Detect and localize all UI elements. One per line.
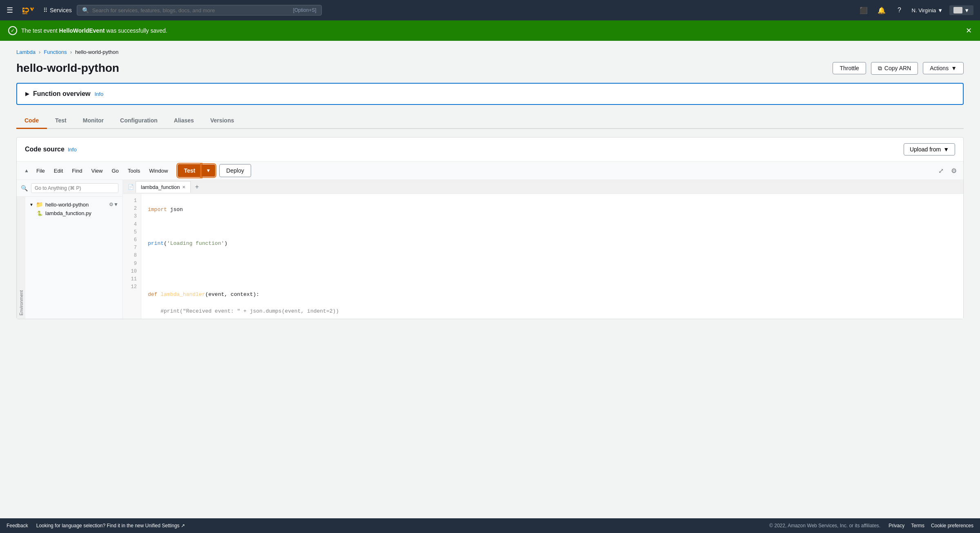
- toolbar-file[interactable]: File: [32, 166, 49, 175]
- tab-configuration[interactable]: Configuration: [112, 113, 166, 129]
- aws-logo: aws: [22, 4, 38, 16]
- region-label: N. Virginia: [912, 7, 936, 13]
- region-chevron: ▼: [938, 7, 943, 13]
- editor-tab-label: lambda_function: [141, 184, 180, 190]
- toolbar-find[interactable]: Find: [68, 166, 86, 175]
- editor-area: 🔍 Environment ▼ 📁 hello-world-python ⚙▼: [17, 180, 963, 319]
- search-input[interactable]: [92, 7, 290, 13]
- deploy-button[interactable]: Deploy: [219, 164, 251, 177]
- hamburger-menu[interactable]: ☰: [7, 6, 17, 15]
- code-editor: 📄 lambda_function ✕ + 1 2 3 4 5: [123, 180, 963, 319]
- main-content: Lambda › Functions › hello-world-python …: [0, 41, 980, 327]
- function-overview-toggle[interactable]: ▶ Function overview Info: [25, 90, 955, 98]
- code-source-header: Code source Info Upload from ▼: [17, 138, 963, 162]
- code-line-3: print('Loading function'): [148, 240, 957, 248]
- code-line-7: #print("Received event: " + json.dumps(e…: [148, 307, 957, 316]
- editor-tab-lambda-function[interactable]: lambda_function ✕: [136, 181, 191, 193]
- actions-button[interactable]: Actions ▼: [923, 62, 964, 74]
- tab-code[interactable]: Code: [16, 113, 47, 129]
- code-source-card: Code source Info Upload from ▼ ▲ File Ed…: [16, 137, 964, 319]
- test-button-group: Test ▼: [178, 164, 215, 177]
- header-actions: Throttle ⧉ Copy ARN Actions ▼: [833, 62, 964, 75]
- breadcrumb-current: hello-world-python: [75, 49, 118, 55]
- tab-monitor[interactable]: Monitor: [75, 113, 112, 129]
- editor-toolbar: ▲ File Edit Find View Go Tools Window Te…: [17, 162, 963, 180]
- settings-gear-button[interactable]: ⚙: [949, 165, 958, 176]
- tab-versions[interactable]: Versions: [202, 113, 242, 129]
- upload-from-button[interactable]: Upload from ▼: [904, 143, 955, 155]
- file-tree: ▼ 📁 hello-world-python ⚙▼ 🐍 lambda_funct…: [25, 197, 122, 319]
- test-button[interactable]: Test: [178, 164, 201, 177]
- fullscreen-button[interactable]: ⤢: [937, 165, 945, 176]
- file-search-input[interactable]: [31, 183, 118, 193]
- copy-icon: ⧉: [878, 65, 882, 72]
- account-menu[interactable]: ▼: [949, 5, 973, 15]
- environment-label: Environment: [17, 197, 25, 319]
- toolbar-view[interactable]: View: [87, 166, 107, 175]
- tab-aliases[interactable]: Aliases: [166, 113, 202, 129]
- toolbar-edit[interactable]: Edit: [50, 166, 67, 175]
- copy-arn-button[interactable]: ⧉ Copy ARN: [871, 62, 918, 75]
- folder-arrow-icon: ▼: [29, 202, 33, 207]
- code-line-5: [148, 273, 957, 282]
- svg-text:aws: aws: [22, 12, 27, 15]
- breadcrumb-lambda[interactable]: Lambda: [16, 49, 36, 55]
- code-lines[interactable]: import json print('Loading function') de…: [141, 194, 963, 319]
- code-line-4: [148, 257, 957, 265]
- folder-name: hello-world-python: [45, 202, 89, 208]
- file-explorer: 🔍 Environment ▼ 📁 hello-world-python ⚙▼: [17, 180, 123, 319]
- code-source-title: Code source Info: [25, 146, 77, 153]
- editor-tab-file-icon: 📄: [126, 184, 136, 190]
- top-navigation: ☰ aws ⠿ Services 🔍 [Option+S] ⬛ 🔔 ? N. V…: [0, 0, 980, 20]
- add-tab-button[interactable]: +: [192, 182, 201, 191]
- actions-chevron-icon: ▼: [951, 65, 957, 71]
- grid-icon: ⠿: [43, 7, 47, 13]
- bell-icon[interactable]: 🔔: [876, 4, 887, 16]
- test-dropdown-button[interactable]: ▼: [201, 164, 215, 177]
- breadcrumb-sep-1: ›: [39, 49, 40, 55]
- python-file-icon: 🐍: [37, 211, 43, 216]
- search-icon: 🔍: [82, 7, 89, 13]
- banner-text: The test event HelloWorldEvent was succe…: [21, 27, 167, 34]
- function-overview-label: Function overview: [33, 90, 90, 98]
- account-chevron: ▼: [964, 7, 969, 13]
- code-source-info[interactable]: Info: [68, 147, 77, 153]
- banner-close-button[interactable]: ✕: [966, 27, 972, 34]
- expand-triangle-icon: ▶: [25, 91, 29, 97]
- page-title: hello-world-python: [16, 62, 119, 75]
- function-overview-info[interactable]: Info: [94, 91, 103, 97]
- toolbar-arrow-icon: ▲: [22, 166, 31, 175]
- toolbar-right-icons: ⤢ ⚙: [937, 165, 958, 176]
- folder-settings-icon[interactable]: ⚙▼: [109, 202, 118, 207]
- help-icon[interactable]: ?: [894, 4, 905, 16]
- file-tree-container: Environment ▼ 📁 hello-world-python ⚙▼ 🐍 …: [17, 197, 122, 319]
- search-shortcut: [Option+S]: [293, 7, 316, 13]
- line-numbers: 1 2 3 4 5 6 7 8 9 10 11 12: [123, 194, 141, 319]
- tab-test[interactable]: Test: [47, 113, 75, 129]
- success-icon: ✓: [8, 26, 17, 35]
- file-search-icon: 🔍: [21, 185, 28, 191]
- editor-tab-bar: 📄 lambda_function ✕ +: [123, 180, 963, 194]
- folder-icon: 📁: [36, 201, 43, 208]
- file-name: lambda_function.py: [45, 210, 91, 216]
- code-content[interactable]: 1 2 3 4 5 6 7 8 9 10 11 12 import json p…: [123, 194, 963, 319]
- code-line-6: def lambda_handler(event, context):: [148, 291, 957, 299]
- close-tab-button[interactable]: ✕: [182, 185, 185, 189]
- success-banner: ✓ The test event HelloWorldEvent was suc…: [0, 20, 980, 41]
- region-selector[interactable]: N. Virginia ▼: [912, 7, 943, 13]
- page-header: hello-world-python Throttle ⧉ Copy ARN A…: [16, 62, 964, 75]
- breadcrumb-functions[interactable]: Functions: [44, 49, 67, 55]
- breadcrumb: Lambda › Functions › hello-world-python: [16, 49, 964, 55]
- code-line-1: import json: [148, 206, 957, 214]
- cloudshell-icon[interactable]: ⬛: [858, 4, 869, 16]
- toolbar-go[interactable]: Go: [108, 166, 123, 175]
- file-search: 🔍: [17, 180, 122, 197]
- throttle-button[interactable]: Throttle: [833, 62, 866, 74]
- search-bar[interactable]: 🔍 [Option+S]: [77, 5, 322, 16]
- folder-hello-world-python[interactable]: ▼ 📁 hello-world-python ⚙▼: [25, 200, 122, 209]
- file-lambda-function[interactable]: 🐍 lambda_function.py: [25, 209, 122, 218]
- upload-from-chevron-icon: ▼: [943, 146, 949, 153]
- toolbar-tools[interactable]: Tools: [124, 166, 144, 175]
- services-menu[interactable]: ⠿ Services: [43, 7, 72, 13]
- toolbar-window[interactable]: Window: [145, 166, 172, 175]
